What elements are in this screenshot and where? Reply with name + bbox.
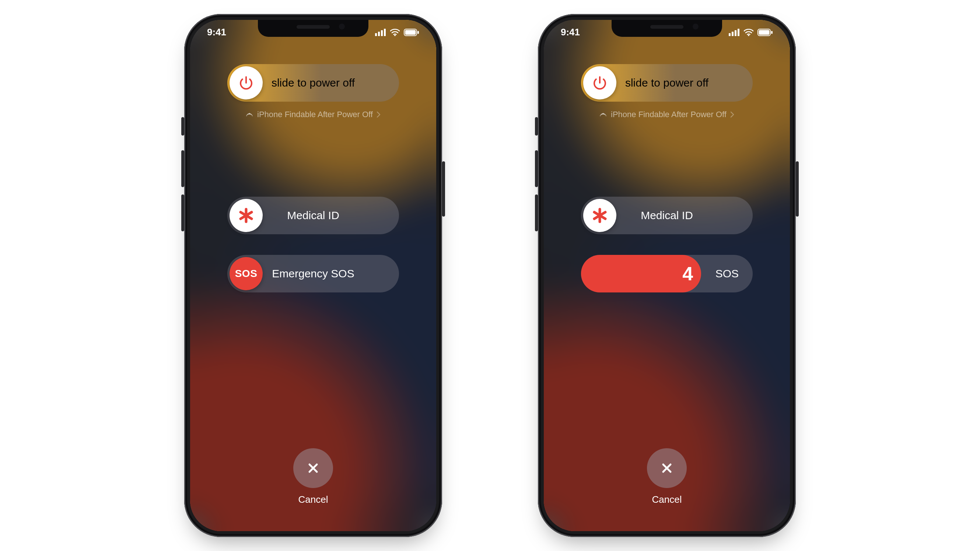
cancel-button[interactable] [293, 448, 333, 488]
svg-rect-2 [381, 30, 383, 36]
medical-id-slider[interactable]: Medical ID [228, 197, 399, 234]
mute-switch [181, 117, 184, 135]
medical-id-label: Medical ID [287, 209, 339, 222]
svg-rect-1 [378, 32, 380, 36]
svg-rect-20 [771, 31, 773, 34]
emergency-sos-label: Emergency SOS [272, 267, 354, 280]
medical-id-slider[interactable]: Medical ID [581, 197, 752, 234]
sos-countdown-fill: 4 [581, 255, 701, 292]
two-phone-stage: 9:41 [0, 0, 980, 551]
wifi-icon [390, 29, 400, 36]
emergency-sos-slider[interactable]: SOS Emergency SOS [228, 255, 399, 292]
screen: 9:41 [544, 20, 790, 531]
cancel-button[interactable] [647, 448, 687, 488]
close-icon [659, 460, 675, 476]
power-off-label: slide to power off [272, 76, 355, 89]
find-my-icon [599, 111, 607, 119]
cancel-label: Cancel [298, 494, 328, 505]
power-off-panel: slide to power off iPhone Findable After… [544, 20, 790, 531]
sos-countdown-trail: SOS [716, 267, 739, 280]
findable-row[interactable]: iPhone Findable After Power Off [245, 110, 381, 119]
chevron-right-icon [377, 111, 381, 118]
svg-rect-7 [417, 31, 419, 34]
asterisk-icon [591, 207, 608, 224]
cancel-label: Cancel [652, 494, 682, 505]
notch [612, 20, 722, 37]
cellular-icon [729, 29, 740, 36]
battery-icon [404, 29, 419, 36]
battery-icon [757, 29, 773, 36]
svg-point-4 [394, 35, 396, 36]
find-my-icon [245, 111, 253, 119]
svg-rect-13 [729, 33, 730, 36]
asterisk-icon [238, 207, 255, 224]
cellular-icon [375, 29, 386, 36]
findable-text: iPhone Findable After Power Off [257, 110, 373, 119]
power-off-slider[interactable]: slide to power off [228, 64, 399, 102]
power-icon [592, 75, 608, 91]
volume-down-button [181, 194, 184, 231]
power-off-knob[interactable] [229, 66, 262, 100]
wifi-icon [743, 29, 754, 36]
power-off-slider[interactable]: slide to power off [581, 64, 752, 102]
status-right [375, 29, 419, 36]
volume-up-button [535, 150, 538, 187]
power-off-knob[interactable] [583, 66, 616, 100]
volume-down-button [535, 194, 538, 231]
sos-countdown-number: 4 [682, 263, 693, 285]
medical-id-knob[interactable] [583, 199, 616, 232]
side-button [796, 161, 799, 217]
sos-knob-text: SOS [235, 268, 258, 279]
findable-text: iPhone Findable After Power Off [611, 110, 727, 119]
screen: 9:41 [190, 20, 436, 531]
volume-up-button [181, 150, 184, 187]
svg-rect-6 [405, 30, 416, 35]
cancel-group: Cancel [544, 448, 790, 505]
svg-rect-14 [732, 32, 733, 36]
emergency-sos-countdown[interactable]: 4 SOS [581, 255, 752, 292]
power-icon [238, 75, 254, 91]
power-off-panel: slide to power off iPhone Findable After… [190, 20, 436, 531]
findable-row[interactable]: iPhone Findable After Power Off [599, 110, 735, 119]
close-icon [305, 460, 321, 476]
mute-switch [535, 117, 538, 135]
status-time: 9:41 [561, 27, 580, 38]
power-off-label: slide to power off [625, 76, 708, 89]
svg-point-17 [748, 35, 749, 36]
side-button [442, 161, 445, 217]
svg-rect-16 [738, 29, 740, 36]
medical-id-label: Medical ID [641, 209, 693, 222]
medical-id-knob[interactable] [229, 199, 262, 232]
cancel-group: Cancel [190, 448, 436, 505]
status-time: 9:41 [207, 27, 226, 38]
chevron-right-icon [730, 111, 735, 118]
iphone-frame-left: 9:41 [184, 14, 442, 537]
svg-rect-15 [735, 30, 737, 36]
notch [258, 20, 368, 37]
svg-rect-0 [375, 33, 377, 36]
status-right [729, 29, 773, 36]
svg-rect-19 [759, 30, 770, 35]
iphone-frame-right: 9:41 [538, 14, 796, 537]
svg-rect-3 [384, 29, 386, 36]
emergency-sos-knob[interactable]: SOS [229, 257, 262, 290]
